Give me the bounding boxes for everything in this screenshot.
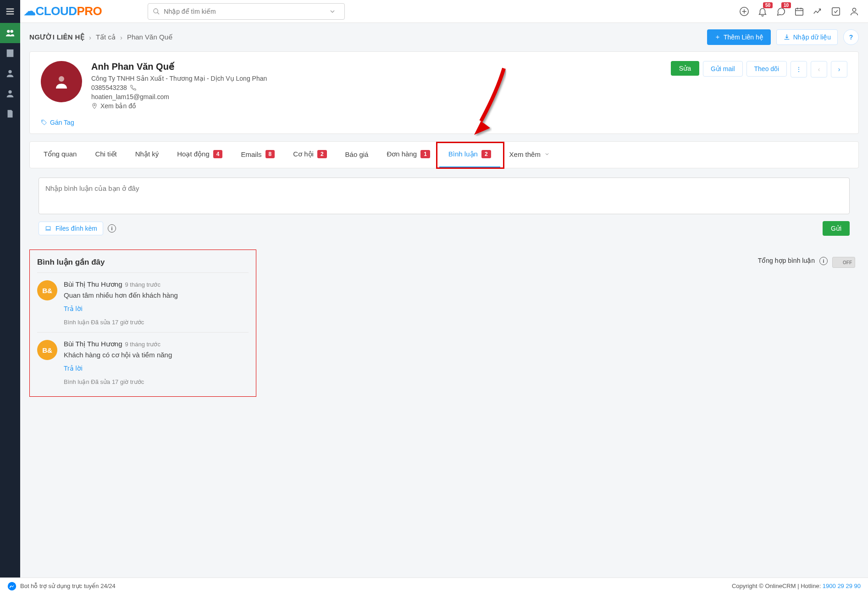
import-button[interactable]: Nhập dữ liệu	[776, 29, 838, 45]
summary-toggle[interactable]: OFF	[832, 257, 855, 268]
send-mail-button[interactable]: Gửi mail	[703, 61, 743, 77]
tab-order[interactable]: Đơn hàng 1	[377, 142, 439, 168]
chat-icon[interactable]: 10	[775, 6, 786, 17]
emails-count: 8	[265, 150, 275, 158]
add-icon[interactable]	[739, 6, 750, 17]
user-icon[interactable]	[849, 6, 860, 17]
avatar[interactable]	[41, 61, 82, 102]
phone-icon[interactable]	[130, 84, 136, 91]
comment-item: B& Bùi Thị Thu Hương9 tháng trước Quan t…	[37, 272, 249, 332]
breadcrumb-module[interactable]: NGƯỜI LIÊN HỆ	[29, 33, 84, 41]
contact-map-link[interactable]: Xem bản đồ	[91, 102, 267, 110]
info-icon[interactable]: i	[108, 224, 116, 233]
reply-link[interactable]: Trả lời	[64, 305, 83, 312]
page-header: NGƯỜI LIÊN HỆ › Tất cả › Phan Văn Quế ＋ …	[20, 23, 868, 51]
sidebar-item-contacts[interactable]	[0, 23, 20, 43]
copyright: Copyright © OnlineCRM | Hotline: 1900 29…	[732, 583, 861, 589]
send-comment-button[interactable]: Gửi	[823, 221, 850, 236]
svg-rect-25	[46, 227, 50, 229]
sidebar-item-document[interactable]	[0, 104, 20, 124]
chevron-down-icon[interactable]	[329, 8, 336, 15]
comment-avatar: B&	[37, 340, 57, 360]
contact-email[interactable]: hoatien_lam15@gmail.com	[91, 93, 267, 100]
next-record-button[interactable]: ›	[831, 61, 847, 78]
more-actions-button[interactable]: ⋮	[791, 61, 807, 78]
contact-company: Công Ty TNHH Sản Xuất - Thương Mại - Dịc…	[91, 75, 267, 82]
tab-quote[interactable]: Báo giá	[336, 142, 378, 168]
svg-point-22	[59, 76, 64, 82]
info-icon[interactable]: i	[819, 257, 828, 265]
tag-icon	[41, 119, 47, 126]
recent-comments-section: Bình luận gần đây B& Bùi Thị Thu Hương9 …	[29, 250, 859, 397]
breadcrumb-record[interactable]: Phan Văn Quế	[127, 33, 172, 41]
svg-rect-16	[8, 53, 9, 54]
tab-comments[interactable]: Bình luận 2	[439, 142, 500, 168]
logo[interactable]: ☁CLOUDPRO	[24, 4, 102, 18]
analytics-icon[interactable]	[812, 6, 823, 17]
tab-more[interactable]: Xem thêm	[500, 142, 559, 168]
laptop-icon	[44, 225, 52, 232]
follow-button[interactable]: Theo dõi	[746, 61, 787, 77]
tab-overview[interactable]: Tổng quan	[34, 142, 86, 168]
comments-summary-toggle-area: Tổng hợp bình luận i OFF	[758, 250, 859, 397]
contact-card: Anh Phan Văn Quế Công Ty TNHH Sản Xuất -…	[29, 51, 859, 134]
chevron-down-icon	[544, 151, 550, 157]
contact-phone: 0385543238	[91, 84, 267, 91]
checkbox-icon[interactable]	[830, 6, 841, 17]
chat-badge: 10	[781, 2, 791, 8]
tab-emails[interactable]: Emails 8	[232, 142, 284, 168]
svg-point-11	[7, 30, 10, 33]
breadcrumb-filter[interactable]: Tất cả	[96, 33, 116, 41]
comment-item: B& Bùi Thị Thu Hương9 tháng trước Khách …	[37, 332, 249, 392]
comment-author[interactable]: Bùi Thị Thu Hương	[64, 280, 122, 288]
calendar-icon[interactable]	[794, 6, 805, 17]
help-button[interactable]: ?	[843, 29, 859, 45]
hotline-link[interactable]: 1900 29 29 90	[823, 583, 861, 589]
edit-button[interactable]: Sửa	[671, 61, 699, 76]
svg-rect-9	[832, 7, 840, 15]
comment-input[interactable]	[39, 178, 850, 214]
bot-support-text: Bot hỗ trợ sử dụng trực tuyến 24/24	[20, 583, 116, 589]
contact-name: Anh Phan Văn Quế	[91, 61, 267, 72]
tab-log[interactable]: Nhật ký	[126, 142, 168, 168]
sidebar-item-lead[interactable]	[0, 83, 20, 104]
comment-author[interactable]: Bùi Thị Thu Hương	[64, 340, 122, 348]
search-input[interactable]	[164, 8, 329, 15]
hamburger-menu[interactable]	[0, 0, 20, 23]
main-content: NGƯỜI LIÊN HỆ › Tất cả › Phan Văn Quế ＋ …	[20, 23, 868, 577]
prev-record-button[interactable]: ‹	[811, 61, 827, 78]
recent-comments-box: Bình luận gần đây B& Bùi Thị Thu Hương9 …	[29, 250, 256, 397]
opportunity-count: 2	[317, 150, 327, 158]
svg-point-24	[42, 121, 43, 122]
comment-time: 9 tháng trước	[125, 281, 160, 288]
svg-line-1	[157, 12, 159, 14]
bell-icon[interactable]: 50	[757, 6, 768, 17]
search-box[interactable]	[148, 3, 345, 20]
page-actions: ＋ Thêm Liên hệ Nhập dữ liệu ?	[707, 29, 859, 45]
search-icon	[153, 8, 160, 15]
messenger-icon[interactable]	[7, 582, 17, 591]
tab-opportunity[interactable]: Cơ hội 2	[284, 142, 336, 168]
reply-link[interactable]: Trả lời	[64, 365, 83, 372]
comment-edited: Bình luận Đã sửa 17 giờ trước	[64, 378, 172, 385]
footer: Bot hỗ trợ sử dụng trực tuyến 24/24 Copy…	[0, 577, 868, 594]
tag-link[interactable]: Gán Tag	[41, 119, 74, 126]
comment-avatar: B&	[37, 280, 57, 300]
sidebar-item-accounts[interactable]	[0, 43, 20, 63]
add-contact-button[interactable]: ＋ Thêm Liên hệ	[707, 29, 771, 45]
pin-icon	[91, 103, 98, 109]
attach-files-button[interactable]: Files đính kèm	[39, 222, 103, 235]
sidebar-item-person[interactable]	[0, 63, 20, 83]
svg-rect-5	[796, 8, 803, 15]
svg-point-19	[8, 90, 11, 94]
comment-edited: Bình luận Đã sửa 17 giờ trước	[64, 319, 178, 326]
contact-actions: Sửa Gửi mail Theo dõi ⋮ ‹ ›	[671, 61, 847, 111]
search-container	[148, 3, 345, 20]
tab-detail[interactable]: Chi tiết	[86, 142, 126, 168]
download-icon	[783, 33, 791, 41]
tab-activity[interactable]: Hoạt động 4	[168, 142, 232, 168]
svg-point-12	[10, 30, 13, 33]
sidebar	[0, 23, 20, 577]
svg-point-10	[852, 8, 856, 11]
svg-point-18	[8, 70, 11, 73]
